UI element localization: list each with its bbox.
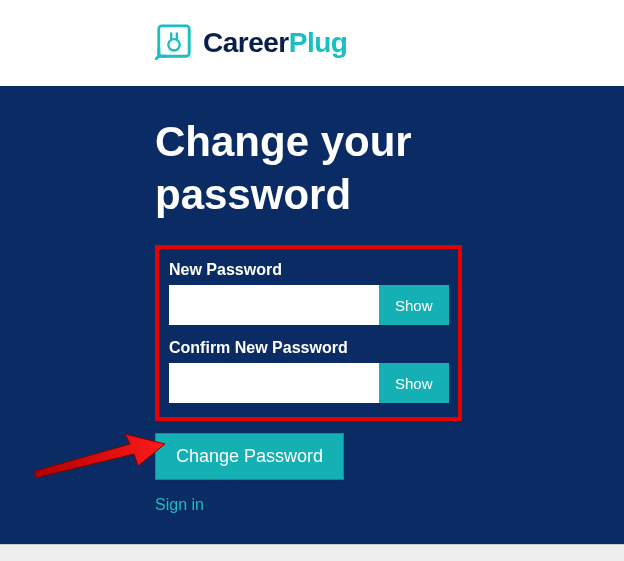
confirm-password-label: Confirm New Password <box>169 339 448 357</box>
page-title: Change your password <box>155 116 475 221</box>
new-password-input[interactable] <box>169 285 379 325</box>
confirm-password-input[interactable] <box>169 363 379 403</box>
brand-name-part2: Plug <box>289 27 348 58</box>
plug-icon <box>155 22 193 64</box>
brand-logo: CareerPlug <box>155 22 347 64</box>
show-confirm-password-button[interactable]: Show <box>379 363 449 403</box>
form-highlight-annotation: New Password Show Confirm New Password S… <box>155 245 462 421</box>
brand-name: CareerPlug <box>203 27 347 59</box>
show-new-password-button[interactable]: Show <box>379 285 449 325</box>
new-password-row: Show <box>169 285 448 325</box>
new-password-label: New Password <box>169 261 448 279</box>
change-password-button[interactable]: Change Password <box>155 433 344 480</box>
brand-name-part1: Career <box>203 27 289 58</box>
svg-point-1 <box>168 39 179 50</box>
arrow-annotation-icon <box>30 426 170 481</box>
footer-strip <box>0 544 624 561</box>
confirm-password-row: Show <box>169 363 448 403</box>
signin-link[interactable]: Sign in <box>155 496 589 514</box>
main-panel: Change your password New Password Show C… <box>0 86 624 544</box>
header: CareerPlug <box>0 0 624 86</box>
